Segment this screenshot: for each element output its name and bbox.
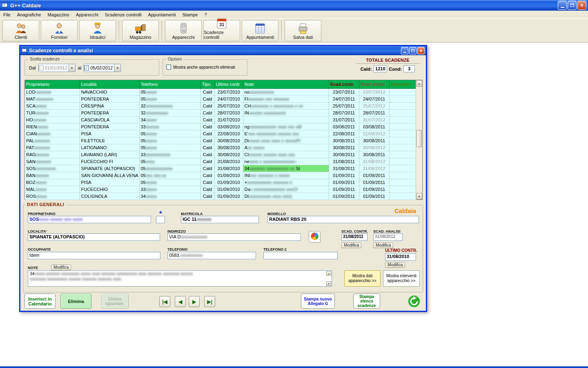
table-cell[interactable]: [389, 186, 416, 193]
table-cell[interactable]: PISA: [80, 179, 139, 186]
table-row[interactable]: MATxxxxxxxxPONTEDERA05xxxxxCald24/07/201…: [25, 95, 416, 102]
table-cell[interactable]: SANxxxxxxx: [25, 158, 80, 165]
table-row[interactable]: RAGxxxxxxLAVAIANO (LARI)33xxxxxxxxxxxCal…: [25, 151, 416, 158]
table-cell[interactable]: FUCECCHIO: [80, 186, 139, 193]
table-cell[interactable]: 01/09/2010: [214, 193, 243, 200]
table-cell[interactable]: MATxxxxxxxx: [25, 95, 80, 102]
table-cell[interactable]: 01/09/2011: [359, 172, 389, 179]
table-cell[interactable]: 28/07/2010: [214, 109, 243, 116]
table-cell[interactable]: [389, 116, 416, 123]
table-cell[interactable]: [389, 130, 416, 137]
al-datepicker[interactable]: ✓ 05/02/2012 ▼: [84, 64, 121, 72]
table-cell[interactable]: 01/09/2010: [214, 179, 243, 186]
table-cell[interactable]: Cald: [200, 95, 214, 102]
table-cell[interactable]: ROSxxxxx: [25, 193, 80, 200]
table-cell[interactable]: 28/07/2011: [329, 109, 359, 116]
occupante-field[interactable]: Idem: [28, 252, 160, 259]
scad-contr-field[interactable]: 31/08/2011: [341, 233, 368, 241]
table-cell[interactable]: CHxxxxxxxx x xxxxxxxxx x xx: [243, 102, 329, 109]
flag-field[interactable]: [156, 216, 165, 223]
table-row[interactable]: PALxxxxxxxFILETTOLE05xxxxxCald30/08/2010…: [25, 137, 416, 144]
elimina-button[interactable]: Elimina: [60, 294, 91, 309]
col-tipo[interactable]: Tipo: [200, 80, 214, 88]
table-cell[interactable]: [389, 172, 416, 179]
table-cell[interactable]: 30/08/2011: [329, 144, 359, 151]
table-cell[interactable]: SOSxxxxxxxxx: [25, 165, 80, 172]
menu-anagrafiche[interactable]: Anagrafiche: [14, 11, 45, 18]
table-row[interactable]: SCAxxxxxCRESPINA32xxxxxxxxxxxxCald25/07/…: [25, 102, 416, 109]
table-cell[interactable]: PISA: [80, 130, 139, 137]
modifica-scad-contr-button[interactable]: Modifica: [341, 242, 361, 248]
table-cell[interactable]: CASCIAVOLA: [80, 116, 139, 123]
table-cell[interactable]: 31/08/2012: [359, 158, 389, 165]
menu-stampe[interactable]: Stampe: [179, 11, 201, 18]
toolbar-idraulici-button[interactable]: Idraulici: [79, 20, 116, 41]
proprietario-field[interactable]: SOSxxxx xxxxx xxx xxxx: [28, 216, 151, 223]
table-cell[interactable]: 31/08/2012: [359, 165, 389, 172]
table-cell[interactable]: 01/09/2010: [214, 172, 243, 179]
table-cell[interactable]: 30/08/2012: [359, 144, 389, 151]
table-cell[interactable]: 01/09/2011: [329, 193, 359, 200]
table-cell[interactable]: 05xxxxx: [139, 95, 200, 102]
col-scad-analisi[interactable]: Scad analisi: [359, 80, 389, 88]
table-cell[interactable]: 34xxxxx: [139, 193, 200, 200]
last-record-button[interactable]: ▶|: [204, 296, 215, 307]
table-cell[interactable]: +xxxxxxxxxxx xxxxxxx ii: [243, 179, 329, 186]
table-cell[interactable]: 22/08/2010: [214, 130, 243, 137]
table-cell[interactable]: E'xxx xxxxxxxxx xxxxxx xxx: [243, 130, 329, 137]
table-cell[interactable]: INIxxx xxxxxxx x xxxxx: [243, 172, 329, 179]
menu-scadenze-controlli[interactable]: Scadenze controlli: [102, 11, 145, 18]
toolbar-clienti-button[interactable]: Clienti: [2, 20, 39, 41]
table-cell[interactable]: 33xxxxx: [139, 186, 200, 193]
matricola-field[interactable]: IGC 11xxxxxx: [181, 216, 259, 223]
table-cell[interactable]: 05xxxxx: [139, 137, 200, 144]
table-cell[interactable]: Cald: [200, 165, 214, 172]
table-cell[interactable]: 01/09/2011: [329, 186, 359, 193]
menu-magazzino[interactable]: Magazzino: [44, 11, 72, 18]
table-cell[interactable]: Cald: [200, 151, 214, 158]
col-ultimo-contr[interactable]: Ultimo contr: [214, 80, 243, 88]
table-cell[interactable]: noxxxxxxxxxxx: [243, 88, 329, 95]
table-cell[interactable]: CRESPINA: [80, 102, 139, 109]
table-cell[interactable]: Cald: [200, 172, 214, 179]
localita-field[interactable]: SPIANATE (ALTOPASCIO): [28, 233, 160, 241]
table-cell[interactable]: [389, 109, 416, 116]
col-proprietario[interactable]: Proprietario: [25, 80, 80, 88]
table-scrollbar[interactable]: ▲ ▼: [416, 80, 422, 200]
table-cell[interactable]: [243, 116, 329, 123]
table-cell[interactable]: 32xxxxxxxxxx: [139, 109, 200, 116]
scrollbar-thumb[interactable]: [416, 130, 422, 147]
table-cell[interactable]: 05xxxxx: [139, 88, 200, 95]
table-row[interactable]: TURxxxxxxPONTEDERA32xxxxxxxxxxCald28/07/…: [25, 109, 416, 116]
table-cell[interactable]: 05xxxx: [139, 158, 200, 165]
table-cell[interactable]: INxxxxxx xxxxxxxxxx: [243, 109, 329, 116]
table-cell[interactable]: Cald: [200, 158, 214, 165]
table-cell[interactable]: 28/07/2011: [359, 109, 389, 116]
table-cell[interactable]: 31/07/2011: [329, 116, 359, 123]
table-cell[interactable]: 33xxxxxxxxxxx: [139, 151, 200, 158]
stampa-allegato-g-button[interactable]: Stampa nuovo Allegato G: [301, 294, 335, 309]
table-cell[interactable]: 32xxxxxxxxxxxx: [139, 102, 200, 109]
next-record-button[interactable]: ▶: [189, 296, 200, 307]
table-cell[interactable]: 25/07/2011: [329, 102, 359, 109]
table-cell[interactable]: Cald: [200, 137, 214, 144]
table-cell[interactable]: 24/07/2011: [359, 95, 389, 102]
table-cell[interactable]: ngxxxxxxxxxxxx xxxx xxx x8/: [243, 123, 329, 130]
modifica-scad-analisi-button[interactable]: Modifica: [373, 242, 393, 248]
table-cell[interactable]: 01/09/2011: [329, 179, 359, 186]
ultimo-contr-field[interactable]: 31/08/2010: [385, 253, 416, 261]
table-cell[interactable]: RIENxxxxx: [25, 123, 80, 130]
table-cell[interactable]: Cald: [200, 193, 214, 200]
table-cell[interactable]: SCAxxxxx: [25, 102, 80, 109]
table-cell[interactable]: 01/09/2010: [214, 186, 243, 193]
menu-apparecchi[interactable]: Apparecchi: [73, 11, 102, 18]
note-scroll-down-icon[interactable]: ▼: [326, 281, 331, 286]
table-cell[interactable]: 30/08/2011: [359, 137, 389, 144]
dialog-minimize-icon[interactable]: [401, 47, 408, 54]
toolbar-apparecchi-button[interactable]: Apparecchi: [165, 20, 202, 41]
refresh-button[interactable]: [408, 295, 421, 309]
maximize-icon[interactable]: [568, 1, 577, 10]
menu-appuntamenti[interactable]: Appuntamenti: [145, 11, 179, 18]
telefono2-field[interactable]: [263, 252, 338, 259]
table-row[interactable]: SANxxxxxxxFUCECCHIO FI05xxxxCald31/08/20…: [25, 158, 416, 165]
